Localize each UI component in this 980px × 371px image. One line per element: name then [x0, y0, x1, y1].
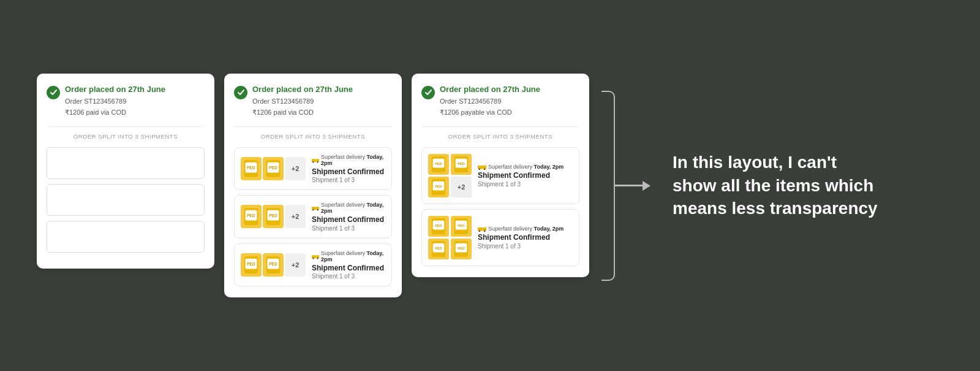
arrow: [615, 181, 650, 191]
product-img-2-2b: PED: [263, 205, 284, 228]
shipment-row-2-3: PED PED +2: [234, 243, 392, 286]
shipment-sub-2-3: Shipment 1 of 3: [312, 273, 385, 280]
product-img-2-3b: PED: [263, 253, 284, 277]
product-images-2-1: PED PED +2: [241, 157, 306, 180]
card-2-order-title: Order placed on 27th June: [252, 85, 353, 95]
svg-rect-6: [312, 159, 317, 162]
card-3-order-title: Order placed on 27th June: [440, 85, 540, 95]
svg-rect-16: [312, 207, 317, 210]
desc-line1: In this layout, I can't: [673, 153, 837, 172]
delivery-badge-2-3: Superfast delivery Today, 2pm: [312, 250, 385, 262]
card-1-header-text: Order placed on 27th June Order ST123456…: [65, 85, 165, 118]
product-img-sm-3-1a: PED: [428, 154, 449, 175]
shipment-row-2-2: PED PED +2: [234, 195, 392, 238]
product-img-sm-3-2d: PED: [451, 239, 472, 259]
shipment-row-3-1: PED PED PED +2: [421, 147, 579, 204]
svg-text:PED: PED: [247, 166, 255, 170]
svg-text:PED: PED: [247, 213, 255, 218]
delivery-text-2-2: Superfast delivery Today, 2pm: [321, 202, 385, 214]
empty-box-2: [47, 184, 205, 216]
card-1-title-highlight: on 27th June: [116, 85, 165, 94]
product-img-sm-3-1c: PED: [428, 177, 449, 197]
delivery-text-2-1: Superfast delivery Today, 2pm: [321, 154, 385, 166]
grid-container-3-2: PED PED PED PED: [428, 216, 472, 259]
product-images-2-2: PED PED +2: [241, 205, 306, 228]
shipment-title-2-2: Shipment Confirmed: [312, 215, 385, 224]
empty-box-1: [47, 147, 205, 179]
shipment-info-3-1: Superfast delivery Today, 2pm Shipment C…: [478, 164, 573, 187]
svg-point-18: [312, 209, 314, 210]
card-2-payment: ₹1206 paid via COD: [252, 107, 353, 118]
grid-row-top-3-2: PED PED: [428, 216, 472, 237]
svg-text:PED: PED: [458, 162, 465, 166]
description-area: In this layout, I can't show all the ite…: [660, 151, 943, 220]
svg-rect-39: [478, 166, 483, 169]
shipment-title-3-1: Shipment Confirmed: [478, 171, 573, 180]
desc-line2: show all the items which: [673, 176, 873, 195]
grid-plus-container-3-1: PED PED PED +2: [428, 154, 472, 197]
card-1: Order placed on 27th June Order ST123456…: [37, 74, 214, 269]
card-3-order-id: Order ST123456789: [440, 96, 540, 107]
card-1-header: Order placed on 27th June Order ST123456…: [47, 85, 205, 118]
shipment-info-2-1: Superfast delivery Today, 2pm Shipment C…: [312, 154, 385, 183]
cards-area: Order placed on 27th June Order ST123456…: [37, 74, 589, 297]
delivery-badge-2-1: Superfast delivery Today, 2pm: [312, 154, 385, 166]
svg-rect-26: [312, 255, 317, 258]
svg-text:PED: PED: [247, 262, 255, 266]
card-2: Order placed on 27th June Order ST123456…: [224, 74, 402, 297]
card-3-title-plain: Order placed: [440, 85, 489, 94]
product-img-sm-3-2b: PED: [451, 216, 472, 237]
description-text: In this layout, I can't show all the ite…: [673, 151, 918, 220]
svg-point-28: [312, 258, 314, 259]
plus-badge-3-1: +2: [451, 177, 472, 197]
grid-row-top-3-1: PED PED: [428, 154, 472, 175]
shipment-info-2-3: Superfast delivery Today, 2pm Shipment C…: [312, 250, 385, 280]
desc-line3: means less transparency: [673, 199, 878, 218]
shipment-sub-3-2: Shipment 1 of 3: [478, 243, 573, 250]
shipment-sub-2-2: Shipment 1 of 3: [312, 225, 385, 232]
check-icon-2: [234, 86, 247, 99]
svg-text:PED: PED: [269, 262, 277, 266]
grid-row-bot-3-2: PED PED: [428, 239, 472, 259]
svg-text:PED: PED: [435, 224, 442, 228]
svg-point-9: [317, 161, 318, 163]
card-2-title-plain: Order placed: [252, 85, 301, 94]
delivery-badge-2-2: Superfast delivery Today, 2pm: [312, 202, 385, 214]
card-3-payment: ₹1206 payable via COD: [440, 107, 540, 118]
delivery-truck-icon-2-3: [312, 253, 319, 259]
svg-point-29: [317, 258, 318, 259]
bracket-arrow-container: [601, 91, 650, 281]
shipment-title-3-2: Shipment Confirmed: [478, 233, 573, 242]
delivery-text-3-2: Superfast delivery Today, 2pm: [488, 226, 564, 232]
shipment-info-3-2: Superfast delivery Today, 2pm Shipment C…: [478, 226, 573, 249]
svg-text:PED: PED: [435, 162, 442, 166]
card-3-header: Order placed on 27th June Order ST123456…: [421, 85, 579, 118]
arrow-shaft: [615, 185, 643, 186]
product-images-2-3: PED PED +2: [241, 253, 306, 277]
grid-row-bot-3-1: PED +2: [428, 177, 472, 197]
delivery-truck-icon-2-2: [312, 205, 319, 211]
product-img-sm-3-2c: PED: [428, 239, 449, 259]
svg-point-8: [312, 161, 314, 163]
product-img-2-2a: PED: [241, 205, 262, 228]
product-img-sm-3-1b: PED: [451, 154, 472, 175]
delivery-badge-3-1: Superfast delivery Today, 2pm: [478, 164, 573, 170]
card-2-split-label: ORDER SPLIT INTO 3 SHIPMENTS: [234, 126, 392, 140]
svg-text:PED: PED: [269, 166, 277, 170]
shipment-row-3-2: PED PED PED PED: [421, 209, 579, 266]
card-1-split-label: ORDER SPLIT INTO 3 SHIPMENTS: [47, 126, 205, 140]
check-icon-1: [47, 86, 60, 99]
card-3-split-label: ORDER SPLIT INTO 3 SHIPMENTS: [421, 126, 579, 140]
svg-text:PED: PED: [435, 247, 442, 250]
card-1-payment: ₹1206 paid via COD: [65, 107, 165, 118]
card-1-title-plain: Order placed: [65, 85, 114, 94]
card-2-header: Order placed on 27th June Order ST123456…: [234, 85, 392, 118]
svg-point-19: [317, 209, 318, 210]
svg-rect-55: [478, 228, 483, 231]
card-1-order-id: Order ST123456789: [65, 96, 165, 107]
bracket-right: [601, 91, 615, 281]
main-container: Order placed on 27th June Order ST123456…: [0, 74, 980, 297]
shipment-row-2-1: PED PED +2: [234, 147, 392, 190]
product-img-2-1b: PED: [263, 157, 284, 180]
delivery-truck-icon-3-2: [478, 226, 486, 232]
